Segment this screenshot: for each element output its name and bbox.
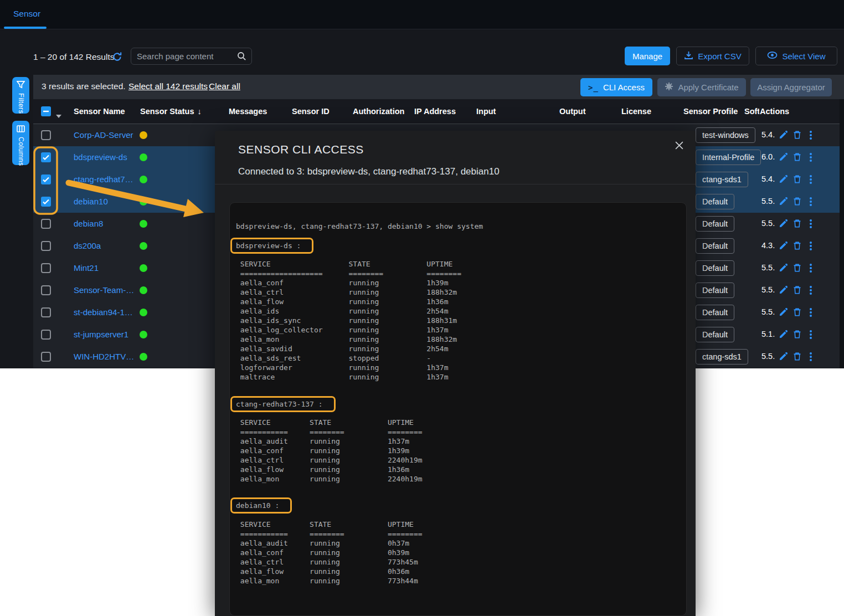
sensor-profile-chip[interactable]: Default bbox=[696, 283, 734, 298]
column-header-input[interactable]: Input bbox=[476, 107, 496, 116]
column-header-license[interactable]: License bbox=[621, 107, 651, 116]
sensor-profile-chip[interactable]: ctang-sds1 bbox=[696, 172, 748, 187]
delete-icon[interactable] bbox=[792, 307, 802, 317]
row-checkbox[interactable] bbox=[41, 219, 51, 229]
column-header-ip-address[interactable]: IP Address bbox=[414, 107, 456, 116]
select-all-link[interactable]: Select all 142 results bbox=[128, 81, 208, 91]
sensor-profile-chip[interactable]: Default bbox=[696, 216, 734, 232]
more-actions-icon[interactable] bbox=[809, 197, 819, 207]
more-actions-icon[interactable] bbox=[809, 219, 819, 229]
edit-icon[interactable] bbox=[779, 241, 789, 251]
column-header-sensor-name[interactable]: Sensor Name bbox=[74, 107, 125, 116]
delete-icon[interactable] bbox=[792, 219, 802, 229]
edit-icon[interactable] bbox=[779, 263, 789, 273]
filters-button[interactable]: Filters bbox=[12, 77, 29, 114]
row-checkbox[interactable] bbox=[41, 130, 51, 140]
sensor-profile-chip[interactable]: Default bbox=[696, 327, 734, 342]
refresh-icon[interactable] bbox=[112, 52, 123, 63]
columns-label: Columns bbox=[17, 137, 25, 166]
close-icon[interactable] bbox=[675, 141, 685, 151]
select-view-label: Select View bbox=[782, 52, 825, 61]
more-actions-icon[interactable] bbox=[809, 263, 819, 273]
row-checkbox[interactable] bbox=[41, 241, 51, 251]
service-status-table: SERVICE STATE UPTIME =========== =======… bbox=[236, 520, 686, 586]
clear-all-link[interactable]: Clear all bbox=[209, 81, 240, 91]
columns-button[interactable]: Columns bbox=[12, 121, 29, 165]
sensor-profile-chip[interactable]: ctang-sds1 bbox=[696, 349, 748, 365]
more-actions-icon[interactable] bbox=[809, 241, 819, 251]
edit-icon[interactable] bbox=[779, 330, 789, 340]
sensor-profile-chip[interactable]: Default bbox=[696, 238, 734, 254]
sensor-name-link[interactable]: debian8 bbox=[74, 219, 103, 228]
sensor-name-link[interactable]: st-jumpserver1 bbox=[74, 330, 128, 339]
search-input[interactable] bbox=[132, 49, 240, 64]
delete-icon[interactable] bbox=[792, 152, 802, 162]
sensor-profile-chip[interactable]: Default bbox=[696, 194, 734, 209]
row-checkbox[interactable] bbox=[41, 263, 51, 273]
assign-aggregator-button[interactable]: Assign Aggregator bbox=[750, 78, 832, 96]
sensor-profile-chip[interactable]: Default bbox=[696, 260, 734, 276]
more-actions-icon[interactable] bbox=[809, 130, 819, 140]
row-checkbox[interactable] bbox=[41, 330, 51, 340]
cli-access-button[interactable]: >_ CLI Access bbox=[580, 78, 652, 96]
sensor-name-link[interactable]: ds200a bbox=[74, 241, 101, 250]
more-actions-icon[interactable] bbox=[809, 352, 819, 362]
edit-icon[interactable] bbox=[779, 174, 789, 184]
export-csv-button[interactable]: Export CSV bbox=[676, 47, 749, 65]
edit-icon[interactable] bbox=[779, 130, 789, 140]
sensor-name-link[interactable]: bdspreview-ds bbox=[74, 152, 127, 162]
sensor-name-link[interactable]: Sensor-Team-… bbox=[74, 285, 134, 295]
manage-button[interactable]: Manage bbox=[625, 47, 670, 65]
column-header-sensor-status[interactable]: Sensor Status↓ bbox=[140, 107, 202, 116]
sensor-name-link[interactable]: ctang-redhat7… bbox=[74, 174, 133, 184]
sensor-name-link[interactable]: st-debian94-1… bbox=[74, 307, 133, 317]
column-header-actions[interactable]: Actions bbox=[760, 107, 789, 116]
sensor-name-link[interactable]: Corp-AD-Server bbox=[74, 130, 133, 140]
delete-icon[interactable] bbox=[792, 197, 802, 207]
edit-icon[interactable] bbox=[779, 352, 789, 362]
delete-icon[interactable] bbox=[792, 285, 802, 295]
sensor-name-link[interactable]: debian10 bbox=[74, 197, 108, 206]
apply-certificate-button[interactable]: Apply Certificate bbox=[657, 78, 746, 96]
sensor-profile-chip[interactable]: test-windows bbox=[696, 127, 755, 143]
sensor-profile-chip[interactable]: Internal-Profile bbox=[696, 150, 761, 165]
select-all-checkbox[interactable] bbox=[41, 106, 51, 116]
more-actions-icon[interactable] bbox=[809, 152, 819, 162]
delete-icon[interactable] bbox=[792, 352, 802, 362]
row-checkbox[interactable] bbox=[41, 152, 51, 162]
more-actions-icon[interactable] bbox=[809, 285, 819, 295]
delete-icon[interactable] bbox=[792, 263, 802, 273]
more-actions-icon[interactable] bbox=[809, 174, 819, 184]
row-checkbox[interactable] bbox=[41, 197, 51, 207]
edit-icon[interactable] bbox=[779, 152, 789, 162]
row-checkbox[interactable] bbox=[41, 174, 51, 184]
column-header-messages[interactable]: Messages bbox=[229, 107, 267, 116]
edit-icon[interactable] bbox=[779, 307, 789, 317]
row-checkbox[interactable] bbox=[41, 285, 51, 295]
more-actions-icon[interactable] bbox=[809, 330, 819, 340]
more-actions-icon[interactable] bbox=[809, 307, 819, 317]
cli-terminal[interactable]: bdspreview-ds, ctang-redhat73-137, debia… bbox=[229, 202, 687, 616]
column-header-soft[interactable]: Soft bbox=[744, 107, 759, 116]
tab-sensor[interactable]: Sensor bbox=[13, 9, 40, 19]
column-header-output[interactable]: Output bbox=[559, 107, 586, 116]
sensor-profile-chip[interactable]: Default bbox=[696, 305, 734, 320]
terminal-host-row: debian10 : bbox=[236, 497, 686, 514]
delete-icon[interactable] bbox=[792, 330, 802, 340]
edit-icon[interactable] bbox=[779, 197, 789, 207]
column-header-sensor-id[interactable]: Sensor ID bbox=[292, 107, 330, 116]
sensor-name-link[interactable]: Mint21 bbox=[74, 263, 99, 273]
column-header-sensor-profile[interactable]: Sensor Profile bbox=[683, 107, 738, 116]
delete-icon[interactable] bbox=[792, 241, 802, 251]
edit-icon[interactable] bbox=[779, 285, 789, 295]
column-header-authorization[interactable]: Authorization bbox=[353, 107, 404, 116]
edit-icon[interactable] bbox=[779, 219, 789, 229]
selection-dropdown-caret[interactable] bbox=[56, 110, 61, 120]
row-checkbox[interactable] bbox=[41, 307, 51, 317]
scrollbar-track[interactable] bbox=[840, 99, 844, 368]
sensor-name-link[interactable]: WIN-HD2HTV… bbox=[74, 352, 134, 361]
row-checkbox[interactable] bbox=[41, 352, 51, 362]
delete-icon[interactable] bbox=[792, 130, 802, 140]
select-view-button[interactable]: Select View bbox=[755, 47, 837, 65]
delete-icon[interactable] bbox=[792, 174, 802, 184]
